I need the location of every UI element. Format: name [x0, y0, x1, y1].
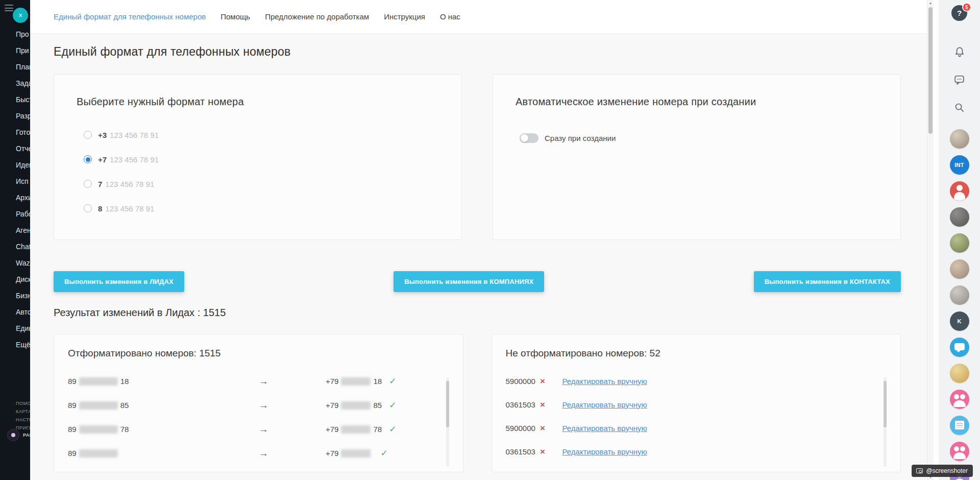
- sidebar-footer-item[interactable]: НАСТР: [0, 416, 30, 424]
- workspace-label: РАБ: [23, 433, 30, 438]
- sidebar-item[interactable]: При: [0, 42, 30, 59]
- close-menu-button[interactable]: ×: [13, 8, 28, 23]
- workspace-switcher[interactable]: РАБ: [7, 429, 30, 441]
- option-prefix: 8: [98, 204, 102, 213]
- radio-icon[interactable]: [84, 131, 92, 139]
- format-option[interactable]: 7 123 456 78 91: [84, 176, 439, 191]
- page-scrollbar[interactable]: ▲ ▼: [927, 0, 934, 480]
- sidebar-item[interactable]: Быст: [0, 91, 30, 108]
- redacted-number-block: [341, 401, 371, 410]
- sidebar-item[interactable]: Рабо: [0, 206, 30, 222]
- sidebar-footer-menu: ПОМО КАРТА НАСТР ПРИГЛ: [0, 399, 30, 432]
- chats-icon[interactable]: [953, 73, 966, 86]
- edit-manually-link[interactable]: Редактировать вручную: [562, 424, 647, 433]
- panel-scrollbar[interactable]: [884, 377, 887, 467]
- rail-avatar[interactable]: [950, 390, 969, 409]
- option-example: 123 456 78 91: [110, 131, 159, 139]
- sidebar-item[interactable]: Идеи: [0, 157, 30, 173]
- radio-icon[interactable]: [84, 204, 92, 212]
- formatted-rows: 8918 → +7918 ✓ 8985: [68, 369, 449, 465]
- sidebar-item[interactable]: Един: [0, 320, 30, 337]
- apply-changes-button[interactable]: Выполнить изменения в КОМПАНИЯХ: [394, 271, 544, 292]
- rail-avatar[interactable]: [950, 285, 969, 305]
- formatted-row: 8985 → +7985 ✓: [68, 393, 449, 417]
- rail-avatar[interactable]: [950, 181, 969, 201]
- scroll-up-icon[interactable]: ▲: [927, 1, 934, 5]
- nav-tab[interactable]: Единый формат для телефонных номеров: [54, 12, 206, 21]
- unformatted-panel: Не отформатировано номеров: 52 5900000 ×…: [492, 334, 901, 472]
- rail-avatar[interactable]: [950, 442, 969, 461]
- sidebar-item[interactable]: Гото: [0, 124, 30, 140]
- search-icon[interactable]: [953, 102, 965, 113]
- nav-tab[interactable]: Инструкция: [384, 12, 425, 21]
- sidebar-item[interactable]: Про: [0, 26, 30, 42]
- sidebar-item[interactable]: Бизн: [0, 287, 30, 304]
- sidebar-item[interactable]: Архи: [0, 189, 30, 206]
- sidebar-item[interactable]: Разр: [0, 108, 30, 124]
- rail-avatar[interactable]: INT: [950, 155, 969, 175]
- panel-scrollbar[interactable]: [446, 377, 449, 467]
- sidebar-item[interactable]: Отче: [0, 140, 30, 157]
- edit-manually-link[interactable]: Редактировать вручную: [562, 400, 647, 409]
- sidebar-item[interactable]: Ещё: [0, 337, 30, 353]
- format-panel: Выберите нужный формат номера +3 123 456…: [54, 74, 462, 240]
- apply-changes-button[interactable]: Выполнить изменения в ЛИДАХ: [54, 271, 184, 292]
- sidebar-item[interactable]: Авто: [0, 304, 30, 320]
- rail-avatar[interactable]: K: [950, 311, 969, 331]
- edit-manually-link[interactable]: Редактировать вручную: [562, 377, 647, 386]
- sidebar-item[interactable]: Chat: [0, 238, 30, 255]
- apply-changes-button[interactable]: Выполнить изменения в КОНТАКТАХ: [754, 271, 901, 292]
- rail-avatar[interactable]: [950, 207, 969, 227]
- rail-avatar[interactable]: [950, 129, 969, 149]
- nav-tab[interactable]: Помощь: [220, 12, 250, 21]
- redacted-number-block: [79, 377, 118, 386]
- redacted-number-block: [79, 401, 118, 410]
- edit-manually-link[interactable]: Редактировать вручную: [562, 447, 647, 456]
- sidebar-item[interactable]: Диск: [0, 271, 30, 287]
- sidebar-footer-item[interactable]: ПОМО: [0, 399, 30, 407]
- nav-tab[interactable]: О нас: [440, 12, 460, 21]
- sidebar-footer-item[interactable]: КАРТА: [0, 407, 30, 416]
- panel-scrollbar-thumb[interactable]: [446, 381, 449, 427]
- notifications-bell-icon[interactable]: [953, 45, 966, 59]
- arrow-icon: →: [259, 376, 326, 387]
- number-suffix: 85: [120, 401, 129, 410]
- help-button-wrap: ? 5: [951, 5, 967, 21]
- format-option[interactable]: +7 123 456 78 91: [84, 152, 439, 167]
- rail-avatar[interactable]: [950, 364, 969, 383]
- radio-icon[interactable]: [84, 180, 92, 188]
- sidebar-item[interactable]: План: [0, 59, 30, 75]
- phone-number: 5900000: [506, 377, 535, 386]
- rail-avatar[interactable]: [950, 416, 969, 435]
- rail-avatar[interactable]: [950, 338, 969, 357]
- toggle-switch[interactable]: [520, 133, 538, 143]
- rail-avatar[interactable]: [950, 233, 969, 253]
- menu-hamburger-icon[interactable]: [5, 5, 13, 11]
- sidebar-item[interactable]: Зада: [0, 75, 30, 91]
- sidebar-item[interactable]: Аген: [0, 222, 30, 238]
- check-icon: ✓: [389, 376, 396, 387]
- main-content: Единый формат для телефонных номеров Выб…: [30, 34, 927, 480]
- rail-avatar[interactable]: [950, 259, 969, 279]
- avatar-label: K: [957, 318, 961, 324]
- sidebar-item[interactable]: Wazz: [0, 255, 30, 271]
- radio-icon[interactable]: [84, 155, 92, 163]
- notification-badge: 5: [962, 3, 971, 12]
- auto-change-toggle-row[interactable]: Сразу при создании: [516, 133, 878, 143]
- top-header: Единый формат для телефонных номеров Пом…: [30, 0, 927, 34]
- redacted-number-block: [341, 377, 371, 386]
- option-example: 123 456 78 91: [110, 155, 159, 164]
- number-prefix: 89: [68, 449, 77, 458]
- result-number: +7978 ✓: [326, 424, 396, 435]
- nav-tab[interactable]: Предложение по доработкам: [265, 12, 369, 21]
- unformatted-row: 5900000 × Редактировать вручную: [506, 369, 887, 393]
- redacted-number-block: [79, 425, 118, 434]
- check-icon: ✓: [389, 400, 396, 411]
- format-option[interactable]: 8 123 456 78 91: [84, 201, 439, 216]
- unformatted-title: Не отформатировано номеров: 52: [506, 348, 887, 359]
- page-scrollbar-thumb[interactable]: [928, 7, 933, 134]
- panel-scrollbar-thumb[interactable]: [884, 381, 887, 427]
- sidebar-item[interactable]: Исп: [0, 173, 30, 189]
- arrow-icon: →: [259, 448, 326, 459]
- format-option[interactable]: +3 123 456 78 91: [84, 127, 439, 142]
